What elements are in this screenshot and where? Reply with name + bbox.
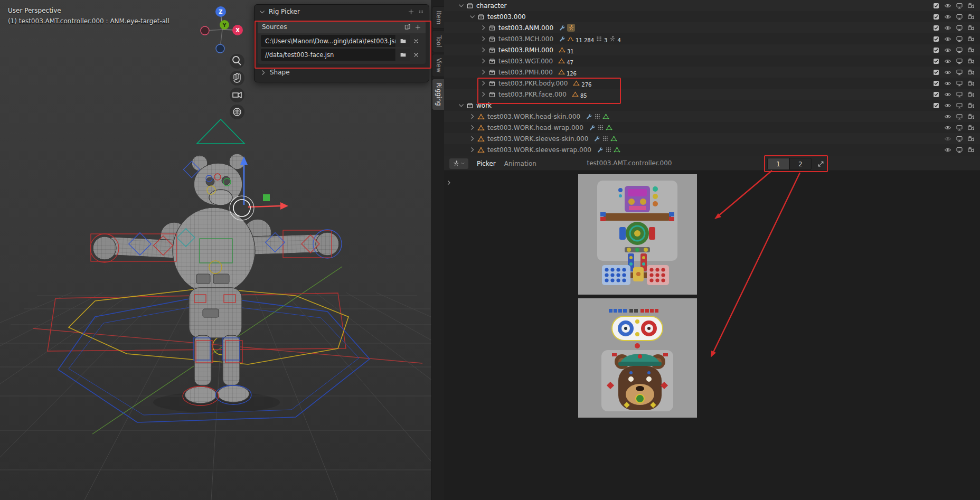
disable-render-icon[interactable] [967,13,975,21]
hide-eye-icon[interactable] [944,35,951,43]
outliner-item-label: test003.WORK.head-wrap.000 [487,124,583,131]
tab-animation[interactable]: Animation [504,160,536,167]
picker-editor: Picker Animation test003.AMT.controller.… [444,156,980,500]
outliner-row[interactable]: work [444,100,980,111]
hide-eye-icon[interactable] [944,2,951,10]
source-path-input[interactable]: //data/test003-face.jsn [261,49,395,61]
hide-eye-icon[interactable] [944,13,951,21]
hide-eye-icon[interactable] [944,124,951,131]
outliner-row[interactable]: test003.RMH.000 31 [444,44,980,55]
grid-icon [605,146,612,153]
picker-page-1-image[interactable] [578,174,697,296]
disable-viewport-icon[interactable] [956,24,963,32]
disable-viewport-icon[interactable] [956,102,963,109]
disable-viewport-icon[interactable] [956,46,963,54]
disable-viewport-icon[interactable] [956,80,963,87]
disable-viewport-icon[interactable] [956,2,963,10]
hide-eye-icon[interactable] [944,58,951,65]
exclude-checkbox[interactable] [932,46,940,54]
outliner-row[interactable]: test003.000 [444,11,980,22]
exclude-checkbox[interactable] [932,13,940,21]
page-2-button[interactable]: 2 [789,158,812,170]
disable-render-icon[interactable] [967,124,975,131]
hide-eye-icon[interactable] [944,146,951,154]
remove-source-button[interactable] [410,35,422,47]
collapse-chevron-icon[interactable] [259,8,266,15]
tab-tool[interactable]: Tool [432,30,445,52]
outliner-row[interactable]: test003.MCH.000 11 284 3 4 [444,33,980,44]
disable-viewport-icon[interactable] [956,58,963,65]
wrench-icon [597,146,604,153]
disable-render-icon[interactable] [967,91,975,98]
tab-rigging[interactable]: Rigging [432,79,445,110]
disable-render-icon[interactable] [967,69,975,76]
disable-render-icon[interactable] [967,46,975,54]
disable-render-icon[interactable] [967,146,975,154]
hide-eye-icon[interactable] [944,69,951,76]
disable-viewport-icon[interactable] [956,35,963,43]
outliner-item-label: test003.WORK.sleeves-skin.000 [487,135,588,143]
outliner-item-label: test003.PKR.body.000 [498,80,568,87]
hide-eye-icon[interactable] [944,102,951,109]
shape-subpanel-header[interactable]: Shape [255,66,429,79]
hide-eye-icon[interactable] [944,80,951,87]
outliner-row[interactable]: character [444,0,980,11]
disable-viewport-icon[interactable] [956,135,963,143]
wrench-icon [586,113,592,120]
exclude-checkbox[interactable] [932,102,940,109]
disable-render-icon[interactable] [967,24,975,32]
add-source-icon[interactable] [414,24,421,31]
page-1-button[interactable]: 1 [767,158,789,170]
exclude-checkbox[interactable] [932,24,940,32]
outliner-row[interactable]: test003.WORK.head-skin.000 [444,111,980,122]
disable-viewport-icon[interactable] [956,69,963,76]
outliner-row[interactable]: test003.PMH.000 126 [444,67,980,78]
disable-render-icon[interactable] [967,135,975,143]
disable-render-icon[interactable] [967,58,975,65]
viewport-context-label: (1) test003.AMT.controller.000 : ANM.eye… [8,17,169,25]
browse-folder-button[interactable] [396,35,410,47]
disable-render-icon[interactable] [967,2,975,10]
outliner-row[interactable]: test003.PKR.body.000 276 [444,78,980,89]
sidebar-tab-strip: Item Tool View Rigging [431,0,445,500]
disable-viewport-icon[interactable] [956,113,963,120]
panel-grip-icon[interactable] [418,8,425,15]
hide-eye-icon[interactable] [944,113,951,120]
exclude-checkbox[interactable] [932,35,940,43]
exclude-checkbox[interactable] [932,2,940,10]
outliner-row[interactable]: test003.ANM.000 [444,22,980,33]
browse-folder-button[interactable] [396,49,410,61]
exclude-checkbox[interactable] [932,80,940,87]
picker-page-2-image[interactable] [578,298,697,419]
disable-viewport-icon[interactable] [956,91,963,98]
disable-render-icon[interactable] [967,80,975,87]
region-expand-chevron-icon[interactable] [446,180,452,186]
disable-viewport-icon[interactable] [956,146,963,154]
disable-render-icon[interactable] [967,35,975,43]
tab-view[interactable]: View [432,54,445,77]
disable-viewport-icon[interactable] [956,13,963,21]
outliner-row[interactable]: test003.WGT.000 47 [444,55,980,67]
library-icon[interactable] [404,23,411,31]
exclude-checkbox[interactable] [932,69,940,76]
outliner-row[interactable]: test003.WORK.sleeves-wrap.000 [444,144,980,155]
hide-eye-icon[interactable] [944,46,951,54]
tab-picker[interactable]: Picker [477,160,496,167]
hide-eye-icon[interactable] [944,24,951,32]
fullscreen-button[interactable] [815,158,826,169]
outliner-row[interactable]: test003.WORK.sleeves-skin.000 [444,133,980,144]
editor-type-button[interactable] [449,158,468,169]
source-path-input[interactable]: C:\Users\Manon\Dow...ging\data\test003.j… [261,35,395,47]
tab-item[interactable]: Item [432,6,445,29]
disable-render-icon[interactable] [967,113,975,120]
remove-source-button[interactable] [410,49,422,61]
outliner-row[interactable]: test003.WORK.head-wrap.000 [444,122,980,133]
outliner-row[interactable]: test003.PKR.face.000 85 [444,89,980,100]
hide-eye-icon[interactable] [944,91,951,98]
add-panel-icon[interactable] [408,8,414,15]
exclude-checkbox[interactable] [932,58,940,65]
disable-viewport-icon[interactable] [956,124,963,131]
hide-eye-icon[interactable] [944,135,951,143]
disable-render-icon[interactable] [967,102,975,109]
exclude-checkbox[interactable] [932,91,940,98]
